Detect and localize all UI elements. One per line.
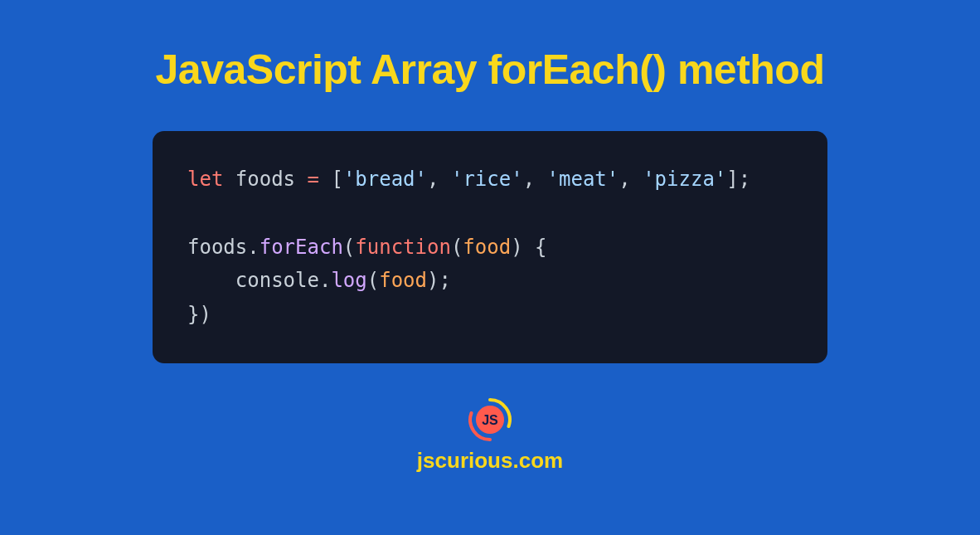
code-token: forEach <box>260 236 343 259</box>
code-token: let <box>187 168 223 191</box>
code-token <box>523 236 535 259</box>
logo-text: JS <box>482 413 498 427</box>
code-token: [ <box>331 168 342 191</box>
page-title: JavaScript Array forEach() method <box>156 46 825 94</box>
code-token: log <box>331 269 366 292</box>
code-token: . <box>319 269 331 292</box>
code-token: console <box>235 269 319 292</box>
code-token: 'bread' <box>343 168 427 191</box>
code-token: } <box>187 303 199 326</box>
code-token: ) <box>511 236 522 259</box>
code-token: function <box>355 236 451 259</box>
code-token: , <box>619 168 630 191</box>
code-token <box>319 168 331 191</box>
footer: JS jscurious.com <box>417 396 563 474</box>
code-token: ) <box>199 303 211 326</box>
code-token <box>295 168 307 191</box>
code-token <box>223 168 235 191</box>
code-token: 'meat' <box>547 168 619 191</box>
code-line-3: console.log(food); <box>187 264 793 298</box>
code-line-1: let foods = ['bread', 'rice', 'meat', 'p… <box>187 163 793 197</box>
code-token: ( <box>451 236 463 259</box>
code-token: food <box>463 236 511 259</box>
code-line-2: foods.forEach(function(food) { <box>187 231 793 265</box>
code-token: ] <box>726 168 738 191</box>
code-token: ( <box>367 269 379 292</box>
code-token: foods <box>187 236 247 259</box>
code-token <box>535 168 546 191</box>
code-token: food <box>379 269 427 292</box>
code-token <box>187 269 235 292</box>
code-token <box>631 168 643 191</box>
code-token: foods <box>235 168 295 191</box>
code-token: ; <box>739 168 750 191</box>
code-token <box>439 168 450 191</box>
code-token: 'pizza' <box>643 168 726 191</box>
logo-icon: JS <box>467 396 513 443</box>
code-block: let foods = ['bread', 'rice', 'meat', 'p… <box>153 131 827 363</box>
code-line-4: }) <box>187 298 793 332</box>
code-token: ( <box>343 236 355 259</box>
code-token: 'rice' <box>451 168 523 191</box>
code-token: ; <box>439 269 450 292</box>
code-token: ) <box>427 269 439 292</box>
code-token: = <box>308 168 319 191</box>
code-token: , <box>523 168 535 191</box>
code-token: , <box>427 168 439 191</box>
site-name: jscurious.com <box>417 448 563 474</box>
code-token: . <box>247 236 259 259</box>
code-token: { <box>535 236 546 259</box>
code-line-blank <box>187 197 793 231</box>
